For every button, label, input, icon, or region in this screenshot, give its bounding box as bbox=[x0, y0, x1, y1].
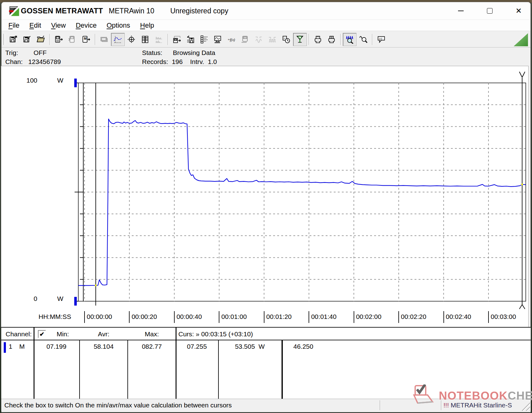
avr-header: Avr: bbox=[80, 330, 127, 338]
cursor-delta-value: 46.250 bbox=[293, 343, 313, 350]
max-value: 082.77 bbox=[128, 343, 176, 350]
y-axis-unit-bottom: W bbox=[57, 295, 63, 302]
cursor2-intersect-dot bbox=[521, 184, 523, 185]
x-axis-unit-label: HH:MM:SS bbox=[39, 313, 71, 320]
channel-mode: M bbox=[19, 343, 25, 350]
cursor2-bottom-marker bbox=[519, 305, 525, 309]
x-tick-label: 00:00:20 bbox=[131, 313, 157, 320]
header-underline bbox=[1, 340, 531, 340]
x-tick-label: 00:01:40 bbox=[311, 313, 337, 320]
channel-tick-bottom bbox=[74, 297, 77, 306]
min-value: 07.199 bbox=[34, 343, 79, 350]
max-header: Max: bbox=[128, 330, 176, 338]
x-tick-bar bbox=[219, 311, 219, 323]
cursor1-value: 07.255 bbox=[176, 343, 218, 350]
x-tick-bar bbox=[354, 311, 354, 323]
statusbar-divider bbox=[380, 400, 380, 410]
channel-tick-top bbox=[74, 79, 77, 87]
x-tick-label: 00:02:20 bbox=[401, 313, 426, 320]
x-tick-label: 00:00:40 bbox=[177, 313, 202, 320]
minmax-checkbox[interactable]: ✔ bbox=[38, 330, 46, 338]
x-tick-label: 00:01:00 bbox=[221, 313, 247, 320]
x-tick-label: 00:02:40 bbox=[446, 313, 471, 320]
y-axis-unit-top: W bbox=[57, 77, 63, 84]
cursor2-top-marker bbox=[519, 72, 525, 77]
cursor2-value: 53.505 W bbox=[218, 343, 282, 350]
table-divider bbox=[176, 328, 177, 399]
x-tick-label: 00:03:00 bbox=[491, 313, 516, 320]
table-divider bbox=[282, 340, 283, 399]
cursor1-intersect-dot bbox=[95, 284, 97, 286]
x-tick-bar bbox=[84, 311, 85, 323]
x-tick-bar bbox=[488, 311, 489, 323]
y-axis-max-label: 100 bbox=[18, 77, 37, 84]
cursor2-unit: W bbox=[259, 343, 265, 350]
cursor2-number: 53.505 bbox=[235, 343, 255, 350]
notebookcheck-watermark: NOTEBOOKCHECK bbox=[409, 384, 532, 407]
channel-number: 1 bbox=[9, 343, 12, 350]
notebookcheck-logo-icon bbox=[409, 384, 439, 407]
x-tick-bar bbox=[264, 311, 264, 323]
statusbar-message: Check the box to switch On the min/avr/m… bbox=[4, 402, 232, 409]
channel-header: Channel: bbox=[6, 330, 32, 338]
x-tick-label: 00:00:00 bbox=[87, 313, 112, 320]
cursors-header: Curs: » 00:03:15 (+03:10) bbox=[178, 330, 253, 338]
checkmark-icon: ✔ bbox=[39, 331, 44, 338]
x-tick-label: 00:02:00 bbox=[356, 313, 382, 320]
desktop: GOSSEN METRAWATT METRAwin 10 Unregistere… bbox=[0, 0, 532, 413]
x-tick-bar bbox=[129, 311, 130, 323]
x-tick-label: 00:01:20 bbox=[266, 313, 292, 320]
x-tick-bar bbox=[398, 311, 399, 323]
watermark-check: CHECK bbox=[508, 389, 532, 402]
x-tick-bar bbox=[309, 311, 309, 323]
watermark-notebook: NOTEBOOK bbox=[439, 389, 508, 402]
y-axis-min-label: 0 bbox=[18, 295, 37, 302]
avr-value: 58.104 bbox=[80, 343, 127, 350]
x-tick-bar bbox=[174, 311, 175, 323]
channel-color-bar bbox=[4, 342, 6, 353]
min-header: Min: bbox=[46, 330, 79, 338]
table-divider bbox=[34, 328, 34, 399]
x-tick-bar bbox=[443, 311, 444, 323]
